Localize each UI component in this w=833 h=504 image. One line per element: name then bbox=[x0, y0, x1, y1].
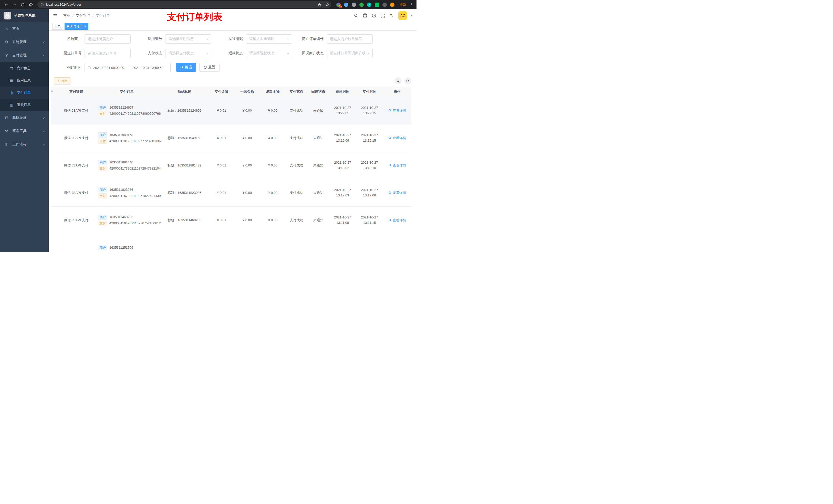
cell-pay-time: 2021-10-2713:17:08 bbox=[356, 179, 383, 207]
cell-id: 19 bbox=[51, 152, 59, 179]
sidebar-item-payment[interactable]: ¥ 支付管理 ∧ bbox=[0, 49, 49, 62]
merchant-input[interactable] bbox=[85, 34, 130, 44]
svg-text:T: T bbox=[390, 14, 392, 17]
filter-channel-order-no: 渠道订单号 bbox=[54, 49, 132, 58]
filter-channel-code: 渠道编码 请输入渠道编码 bbox=[215, 34, 293, 44]
sidebar-item-system[interactable]: ⚙ 系统管理 ∨ bbox=[0, 35, 49, 49]
cell-id: 17 bbox=[51, 207, 59, 234]
avatar-caret-icon[interactable]: ▾ bbox=[411, 14, 412, 18]
cell-order: 商户 1635311949168 支付 42000011812021102777… bbox=[94, 124, 160, 152]
sidebar-item-merchant-info[interactable]: ▤ 商户信息 bbox=[0, 62, 49, 74]
site-info-icon[interactable] bbox=[41, 3, 44, 6]
cell-title: 标题：1635311949168 bbox=[160, 124, 209, 152]
home-menu-icon: ⌂ bbox=[4, 27, 9, 31]
channel-code-select[interactable]: 请输入渠道编码 bbox=[246, 34, 292, 44]
help-icon[interactable] bbox=[372, 13, 377, 18]
search-icon[interactable] bbox=[354, 13, 359, 18]
app-no-select[interactable]: 请选择应用信息 bbox=[165, 34, 211, 44]
export-button[interactable]: 导出 bbox=[54, 77, 70, 85]
back-icon[interactable] bbox=[3, 1, 10, 8]
search-button[interactable]: 搜索 bbox=[176, 63, 196, 72]
cell-title: 标题：1635312124656 bbox=[160, 97, 209, 124]
hamburger-icon[interactable] bbox=[53, 13, 58, 19]
pay-status-select[interactable]: 请选择支付状态 bbox=[165, 49, 211, 58]
channel-order-no-input[interactable] bbox=[85, 49, 130, 58]
view-detail-link[interactable]: 查看详情 bbox=[384, 163, 410, 168]
toggle-search-button[interactable] bbox=[395, 77, 402, 85]
cell-pay-status: 支付成功 bbox=[286, 152, 307, 179]
extension-icon-1[interactable]: 10 bbox=[336, 3, 341, 7]
extension-icon-4[interactable] bbox=[359, 3, 364, 7]
sidebar-item-refund-order[interactable]: ▥ 退款订单 bbox=[0, 99, 49, 111]
address-bar[interactable]: localhost:1024/pay/order bbox=[38, 1, 331, 8]
sidebar-item-infra[interactable]: ⊡ 基础设施 ∨ bbox=[0, 111, 49, 124]
cell-fee: ¥ 0.00 bbox=[234, 97, 260, 124]
main-area: 首页 / 支付管理 / 支付订单 支付订单列表 bbox=[49, 9, 416, 252]
app-logo-row[interactable]: 芋道管理系统 bbox=[0, 9, 49, 22]
browser-update-button[interactable]: 更新 bbox=[400, 2, 406, 7]
cell-order: 商户 1635311251706 支付 bbox=[94, 234, 160, 252]
cell-channel: 微信 JSAPI 支付 bbox=[59, 124, 94, 152]
github-icon[interactable] bbox=[362, 13, 367, 18]
pay-order-line: 支付 4200001173202110272847982104 bbox=[98, 166, 159, 171]
orders-table: 编号 支付渠道 支付订单 商品标题 支付金额 手续金额 退款金额 支付状态 回调… bbox=[51, 87, 414, 252]
extension-icon-2[interactable] bbox=[344, 3, 348, 7]
tab-pay-order[interactable]: 支付订单 × bbox=[65, 23, 88, 30]
refund-status-select[interactable]: 请选择退款状态 bbox=[246, 49, 292, 58]
browser-menu-icon[interactable]: ⋮ bbox=[409, 2, 414, 7]
cell-order: 商户 1635311823086 支付 42000011672021102710… bbox=[94, 179, 160, 207]
gear-icon: ⚙ bbox=[4, 40, 9, 44]
reload-icon[interactable] bbox=[19, 1, 26, 8]
refresh-button[interactable] bbox=[404, 77, 411, 85]
avatar[interactable] bbox=[398, 11, 407, 20]
date-range-input[interactable]: 2021-10-01 00:00:00 - 2021-10-31 23:59:5… bbox=[85, 63, 171, 72]
cell-refund: ¥ 0.00 bbox=[260, 152, 286, 179]
table-body: 21 微信 JSAPI 支付 商户 1635312124657 支付 42000… bbox=[51, 97, 411, 252]
merchant-badge: 商户 bbox=[98, 133, 107, 138]
cell-channel: 微信 JSAPI 支付 bbox=[59, 179, 94, 207]
extension-icon-3[interactable] bbox=[352, 3, 356, 7]
tab-home[interactable]: 首页 bbox=[52, 23, 63, 30]
sidebar-item-devtools[interactable]: ⚒ 研发工具 ∨ bbox=[0, 124, 49, 138]
sidebar-item-pay-order[interactable]: ◎ 支付订单 bbox=[0, 87, 49, 99]
tab-active-dot bbox=[67, 25, 69, 27]
date-end: 2021-10-31 23:59:59 bbox=[133, 66, 163, 70]
cell-fee: ¥ 0.00 bbox=[234, 152, 260, 179]
filter-notify-status: 回调商户状态 请选择订单回调商户状态 bbox=[296, 49, 374, 58]
extension-icon-8[interactable] bbox=[390, 3, 395, 7]
notify-status-select[interactable]: 请选择订单回调商户状态 bbox=[327, 49, 373, 58]
extension-icon-5[interactable]: ✓ bbox=[367, 3, 372, 7]
table-row: 18 微信 JSAPI 支付 商户 1635311823086 支付 42000… bbox=[51, 179, 411, 207]
extension-icon-7[interactable] bbox=[382, 3, 387, 7]
forward-icon[interactable] bbox=[11, 1, 18, 8]
breadcrumb-section[interactable]: 支付管理 bbox=[76, 13, 90, 18]
view-detail-link[interactable]: 查看详情 bbox=[384, 191, 410, 195]
cell-create-time: 2021-10-2713:17:03 bbox=[329, 179, 356, 207]
breadcrumb-home[interactable]: 首页 bbox=[63, 13, 70, 18]
cell-create-time: 2021-10-2713:22:05 bbox=[329, 97, 356, 124]
bookmark-star-icon[interactable] bbox=[324, 2, 330, 8]
sidebar-item-home[interactable]: ⌂ 首页 bbox=[0, 22, 49, 35]
app-title: 芋道管理系统 bbox=[14, 13, 35, 18]
font-size-icon[interactable]: TT bbox=[389, 13, 395, 18]
sidebar-item-app-info[interactable]: ▦ 应用信息 bbox=[0, 74, 49, 87]
view-detail-link[interactable]: 查看详情 bbox=[384, 108, 410, 113]
sidebar-item-workflow[interactable]: ◫ 工作流程 ∨ bbox=[0, 138, 49, 151]
tab-close-icon[interactable]: × bbox=[84, 25, 86, 28]
clock-icon bbox=[87, 66, 91, 70]
extension-icon-6[interactable] bbox=[375, 3, 379, 7]
merchant-badge: 商户 bbox=[98, 215, 107, 220]
column-header-pay-time: 支付时间 bbox=[356, 87, 383, 97]
view-detail-link[interactable]: 查看详情 bbox=[384, 218, 410, 222]
merchant-order-no-input[interactable] bbox=[327, 34, 373, 44]
home-icon[interactable] bbox=[27, 1, 34, 8]
fullscreen-icon[interactable] bbox=[380, 13, 385, 18]
reset-button[interactable]: 重置 bbox=[199, 63, 219, 72]
share-icon[interactable] bbox=[316, 2, 323, 8]
cell-pay-time bbox=[356, 234, 383, 252]
filter-pay-status: 支付状态 请选择支付状态 bbox=[135, 49, 213, 58]
table-row: 17 微信 JSAPI 支付 商户 1635311468233 支付 42000… bbox=[51, 207, 411, 234]
table-toolbar: 导出 bbox=[51, 77, 414, 85]
column-header-id: 编号 bbox=[51, 87, 59, 97]
view-detail-link[interactable]: 查看详情 bbox=[384, 136, 410, 140]
